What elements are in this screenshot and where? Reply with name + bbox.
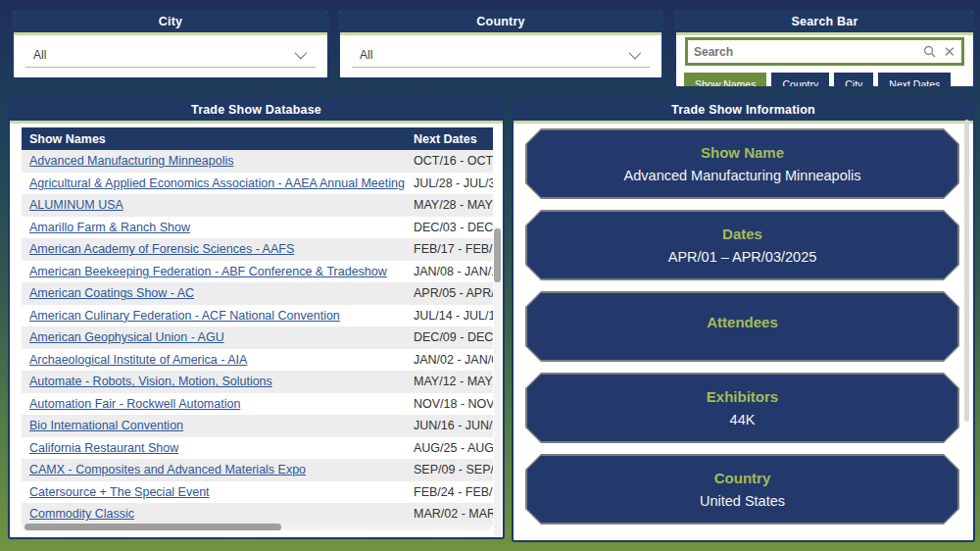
city-filter-panel: City All xyxy=(12,10,329,79)
search-icon xyxy=(923,45,936,58)
show-link[interactable]: Advanced Manufacturing Minneapolis xyxy=(29,154,233,168)
table-row[interactable]: American Culinary Federation - ACF Natio… xyxy=(22,305,493,327)
attendees-card: Attendees xyxy=(525,291,959,362)
table-vertical-scrollbar[interactable] xyxy=(494,226,501,539)
show-link[interactable]: CAMX - Composites and Advanced Materials… xyxy=(29,463,306,476)
clear-icon[interactable]: ✕ xyxy=(943,44,956,59)
column-header-next-dates[interactable]: Next Dates xyxy=(414,132,493,146)
show-link[interactable]: Amarillo Farm & Ranch Show xyxy=(29,221,190,234)
country-dropdown[interactable]: All xyxy=(352,42,650,68)
city-panel-title: City xyxy=(14,12,327,35)
table-row[interactable]: California Restaurant ShowAUG/25 - AUG/ xyxy=(22,437,493,460)
show-link[interactable]: Automate - Robots, Vision, Motion, Solut… xyxy=(29,375,272,388)
show-link[interactable]: Catersource + The Special Event xyxy=(29,485,210,499)
show-link[interactable]: Commodity Classic xyxy=(29,507,134,521)
country-panel-title: Country xyxy=(340,12,662,35)
show-name-card: Show Name Advanced Manufacturing Minneap… xyxy=(525,128,959,199)
card-value: 44K xyxy=(730,412,756,427)
scrollbar-thumb[interactable] xyxy=(24,524,281,530)
search-field-buttons: Show Names Country City Next Dates xyxy=(684,73,951,88)
country-card: Country United States xyxy=(525,454,959,525)
show-link[interactable]: California Restaurant Show xyxy=(29,441,178,455)
chevron-down-icon xyxy=(629,47,642,60)
table-row[interactable]: American Geophysical Union - AGUDEC/09 -… xyxy=(22,326,493,349)
search-bar-panel: Search Bar ✕ Show Names Country City Nex… xyxy=(674,10,975,88)
search-button-next-dates[interactable]: Next Dates xyxy=(878,73,951,88)
card-value: APR/01 – APR/03/2025 xyxy=(668,249,817,265)
table-row[interactable]: Automation Fair - Rockwell AutomationNOV… xyxy=(22,393,493,416)
card-value: United States xyxy=(700,493,785,509)
show-link[interactable]: ALUMINUM USA xyxy=(29,198,123,212)
table-row[interactable]: American Academy of Forensic Sciences - … xyxy=(22,238,493,261)
table-row[interactable]: ALUMINUM USAMAY/28 - MAY/ xyxy=(22,194,493,217)
trade-show-table: Show Names Next Dates Advanced Manufactu… xyxy=(22,127,493,526)
search-input[interactable] xyxy=(694,45,917,59)
country-dropdown-value: All xyxy=(360,48,372,62)
information-vertical-scrollbar[interactable] xyxy=(964,120,969,422)
table-row[interactable]: Bio International ConventionJUN/16 - JUN… xyxy=(22,415,493,437)
table-row[interactable]: Automate - Robots, Vision, Motion, Solut… xyxy=(22,371,493,393)
table-row[interactable]: American Beekeeping Federation - ABF Con… xyxy=(22,261,493,283)
dates-card: Dates APR/01 – APR/03/2025 xyxy=(525,210,959,280)
table-row[interactable]: Catersource + The Special EventFEB/24 - … xyxy=(22,481,493,504)
show-link[interactable]: Archaeological Institute of America - AI… xyxy=(29,353,247,367)
card-label: Exhibitors xyxy=(707,388,778,405)
trade-show-database-panel: Trade Show Database Show Names Next Date… xyxy=(8,98,505,539)
table-row[interactable]: Amarillo Farm & Ranch ShowDEC/03 - DEC/0 xyxy=(22,217,493,239)
card-label: Show Name xyxy=(701,144,784,161)
table-row[interactable]: Advanced Manufacturing MinneapolisOCT/16… xyxy=(22,150,493,173)
city-dropdown[interactable]: All xyxy=(25,42,316,68)
card-label: Dates xyxy=(722,225,762,242)
show-link[interactable]: Automation Fair - Rockwell Automation xyxy=(29,397,240,411)
search-button-city[interactable]: City xyxy=(834,73,873,88)
table-horizontal-scrollbar[interactable] xyxy=(22,524,491,530)
column-header-show-names[interactable]: Show Names xyxy=(22,132,414,146)
show-link[interactable]: American Geophysical Union - AGU xyxy=(29,330,224,344)
search-box: ✕ xyxy=(685,37,964,66)
show-link[interactable]: American Academy of Forensic Sciences - … xyxy=(29,242,294,256)
show-link[interactable]: Bio International Convention xyxy=(29,419,183,432)
table-header-row: Show Names Next Dates xyxy=(22,127,493,150)
table-row[interactable]: American Coatings Show - ACAPR/05 - APR/… xyxy=(22,282,493,305)
table-row[interactable]: CAMX - Composites and Advanced Materials… xyxy=(22,459,493,481)
search-button-country[interactable]: Country xyxy=(771,73,829,88)
information-cards: Show Name Advanced Manufacturing Minneap… xyxy=(525,128,959,535)
search-panel-title: Search Bar xyxy=(676,12,973,35)
show-link[interactable]: American Beekeeping Federation - ABF Con… xyxy=(29,265,387,278)
card-label: Country xyxy=(714,470,771,486)
country-filter-panel: Country All xyxy=(338,10,663,79)
scrollbar-thumb[interactable] xyxy=(494,228,501,282)
card-value: Advanced Manufacturing Minneapolis xyxy=(624,168,861,183)
search-button-show-names[interactable]: Show Names xyxy=(684,73,766,88)
table-row[interactable]: Archaeological Institute of America - AI… xyxy=(22,349,493,372)
card-label: Attendees xyxy=(707,314,778,330)
show-link[interactable]: American Coatings Show - AC xyxy=(29,286,194,300)
show-link[interactable]: American Culinary Federation - ACF Natio… xyxy=(29,309,340,323)
table-row[interactable]: Commodity ClassicMAR/02 - MAR xyxy=(22,503,493,526)
information-panel-title: Trade Show Information xyxy=(514,100,973,124)
show-link[interactable]: Agricultural & Applied Economics Associa… xyxy=(29,176,405,190)
exhibitors-card: Exhibitors 44K xyxy=(525,373,959,443)
city-dropdown-value: All xyxy=(33,48,46,62)
database-panel-title: Trade Show Database xyxy=(10,100,503,124)
chevron-down-icon xyxy=(295,47,308,60)
table-row[interactable]: Agricultural & Applied Economics Associa… xyxy=(22,173,493,195)
trade-show-information-panel: Trade Show Information Show Name Advance… xyxy=(512,98,975,542)
